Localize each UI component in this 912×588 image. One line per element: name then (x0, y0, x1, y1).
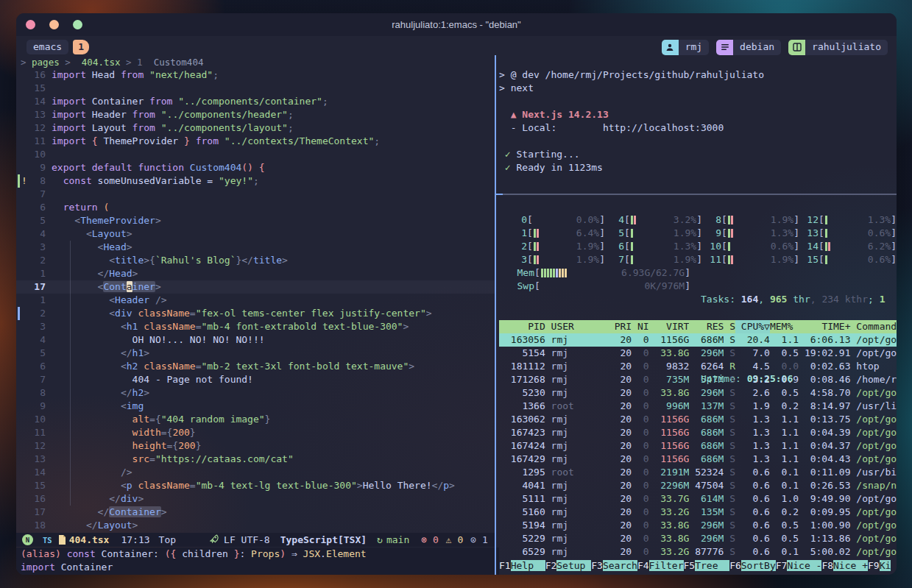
error-count-icon[interactable]: ⊗ (421, 534, 433, 547)
column-header-s[interactable]: S (724, 320, 735, 333)
modeline-branch[interactable]: main (386, 534, 409, 547)
code-line[interactable]: 2 <div className="fex-ol tems-center fle… (16, 307, 495, 320)
code-line[interactable]: 13import Header from "../components/head… (16, 108, 495, 121)
tmux-session-tab[interactable]: emacs (26, 40, 68, 54)
column-header-time[interactable]: TIME+ (799, 320, 850, 333)
code-line[interactable]: 14 /> (16, 466, 495, 479)
process-row[interactable]: 5160rmj20033.2G135MS0.60.20:09.95/opt/go (499, 506, 897, 519)
fkey-f7[interactable]: F7Nice - (776, 559, 822, 573)
column-header-cpu[interactable]: CPU%▽ (735, 320, 770, 333)
code-line[interactable]: 7 404 - Page not found! (16, 373, 495, 386)
warning-count-icon[interactable]: ⚠ (446, 534, 458, 547)
fkey-f6[interactable]: F6SortBy (729, 559, 776, 573)
breadcrumb-file[interactable]: 404.tsx (82, 57, 121, 68)
fkey-f8[interactable]: F8Nice + (821, 559, 868, 573)
code-line[interactable]: 15 (16, 82, 495, 95)
process-row[interactable]: 4041rmj2002296M47504S0.60.10:26.53/snap/… (499, 479, 897, 492)
code-line[interactable]: 17 <Container> (16, 280, 495, 294)
code-line[interactable]: 9 <img (16, 400, 495, 413)
code-line[interactable]: !8 const someUnusedVariable = "yey!"; (16, 174, 495, 188)
info-count-icon[interactable]: ⊙ (470, 534, 482, 547)
code-line[interactable]: 6 return ( (16, 201, 495, 214)
process-table: PIDUSERPRINIVIRTRESSCPU%▽MEM%TIME+Comman… (499, 320, 897, 559)
editor-buffer[interactable]: 16import Head from "next/head";1514impor… (16, 68, 495, 533)
process-row[interactable]: 181112rmj20098326264R4.50.00:02.63htop (499, 360, 897, 373)
code-line[interactable]: 12import Layout from "../components/layo… (16, 121, 495, 135)
process-row[interactable]: 171268rmj200735M547MS3.20.90:08.46/home/… (499, 373, 897, 386)
text-segment: "yey!" (213, 175, 253, 186)
process-row[interactable]: 5111rmj20033.7G614MS0.61.09:49.90/opt/go (499, 492, 897, 506)
code-line[interactable]: 10 (16, 148, 495, 161)
code-line[interactable]: 2 <title>{`Rahul's Blog`}</title> (16, 254, 495, 267)
line-number: 13 (26, 453, 46, 466)
tmux-window-index-badge[interactable]: 1 (73, 40, 89, 54)
modeline-filename[interactable]: 404.tsx (69, 534, 110, 547)
pane-divider-horizontal[interactable] (496, 194, 897, 195)
process-row[interactable]: 6529rmj20033.2G87776S0.60.15:00.02/opt/g… (499, 545, 897, 559)
code-line[interactable]: 4 OH NO!... NO! NO! NO!!! (16, 333, 495, 347)
nextjs-terminal-pane[interactable]: > @ dev /home/rmj/Projects/github/rahulj… (499, 68, 895, 174)
column-header-user[interactable]: USER (545, 320, 609, 333)
code-line[interactable]: 3 <h1 className="mb-4 font-extrabold tex… (16, 320, 495, 333)
column-header-res[interactable]: RES (689, 320, 724, 333)
code-line[interactable]: 16 </div> (16, 492, 495, 506)
process-row[interactable]: 5194rmj20033.8G296MS0.60.51:00.90/opt/go (499, 519, 897, 532)
process-row[interactable]: 163062rmj2001156G686MS1.31.10:13.75/opt/… (499, 413, 897, 426)
code-line[interactable]: 10 alt={"404 random image"} (16, 413, 495, 426)
fkey-f3[interactable]: F3Search (591, 559, 637, 573)
process-row[interactable]: 1366root200996M137MS1.90.28:14.97/usr/li (499, 400, 897, 413)
column-header-pri[interactable]: PRI (609, 320, 632, 333)
code-line[interactable]: 5 </h1> (16, 347, 495, 360)
process-row[interactable]: 163056rmj2001156G686MS20.41.16:06.13/opt… (499, 333, 897, 347)
fkey-f9[interactable]: F9Ki (868, 559, 891, 573)
column-header-virt[interactable]: VIRT (649, 320, 690, 333)
code-line[interactable]: 7 (16, 188, 495, 201)
code-line[interactable]: 3 <Head> (16, 241, 495, 254)
code-line[interactable]: 14import Container from "../components/c… (16, 95, 495, 108)
code-line[interactable]: 11import { ThemeProvider } from "../cont… (16, 135, 495, 148)
code-line[interactable]: 11 width={200} (16, 426, 495, 439)
bracket: ] (793, 240, 799, 253)
code-line[interactable]: 16import Head from "next/head"; (16, 68, 495, 82)
code-line[interactable]: 9export default function Custom404() { (16, 161, 495, 174)
column-header-pid[interactable]: PID (505, 320, 545, 333)
code-line[interactable]: 18 </Layout> (16, 519, 495, 532)
pane-divider-vertical[interactable] (495, 55, 496, 575)
process-cell: 0:08.46 (799, 373, 850, 386)
cpu-percent: 1.3% (771, 227, 793, 240)
terminal-line: > next (499, 82, 895, 95)
code-line[interactable]: 8 </h2> (16, 386, 495, 400)
cpu-label: 9 (710, 227, 721, 240)
process-row[interactable]: 167424rmj2001156G686MS1.31.10:04.37/opt/… (499, 439, 897, 453)
code-line[interactable]: 13 src="https://cataas.com/cat" (16, 453, 495, 466)
code-line[interactable]: 6 <h2 className="mb-2 text-3xl font-bold… (16, 360, 495, 373)
process-cell: 1156G (649, 413, 690, 426)
code-line[interactable]: 1 </Head> (16, 267, 495, 280)
column-header-command[interactable]: Command (851, 320, 897, 333)
fkey-f1[interactable]: F1Help (499, 559, 545, 573)
tmux-badge-debian[interactable]: debian (716, 40, 781, 55)
code-line[interactable]: 15 <p className="mb-4 text-lg text-blue-… (16, 479, 495, 492)
tmux-badge-rahuljuliato[interactable]: rahuljuliato (788, 40, 888, 55)
fkey-f5[interactable]: F5Tree (684, 559, 730, 573)
code-line[interactable]: 12 height={200} (16, 439, 495, 453)
breadcrumb-folder[interactable]: pages (32, 57, 60, 68)
fkey-f4[interactable]: F4Filter (637, 559, 684, 573)
code-line[interactable]: 1 <Header /> (16, 294, 495, 307)
code-line[interactable]: 17 </Container> (16, 506, 495, 519)
modeline-major-mode[interactable]: TypeScript[TSX] (280, 534, 367, 547)
process-table-header[interactable]: PIDUSERPRINIVIRTRESSCPU%▽MEM%TIME+Comman… (499, 320, 897, 333)
process-row[interactable]: 1295root2002191M52324S0.60.10:11.09/usr/… (499, 466, 897, 479)
breadcrumb-symbol[interactable]: Custom404 (154, 57, 204, 68)
process-row[interactable]: 167423rmj2001156G686MS1.31.10:04.39/opt/… (499, 426, 897, 439)
process-row[interactable]: 5154rmj20033.8G296MS7.00.519:02.91/opt/g… (499, 347, 897, 360)
process-row[interactable]: 5229rmj20033.8G296MS0.60.51:13.86/opt/go (499, 532, 897, 545)
column-header-ni[interactable]: NI (632, 320, 648, 333)
process-row[interactable]: 167429rmj2001156G686MS1.31.10:04.43/opt/… (499, 453, 897, 466)
column-header-mem[interactable]: MEM% (770, 320, 799, 333)
process-row[interactable]: 5230rmj20033.8G296MS2.60.54:58.70/opt/go (499, 386, 897, 400)
code-line[interactable]: 5 <ThemeProvider> (16, 214, 495, 227)
fkey-f2[interactable]: F2Setup (545, 559, 592, 573)
code-line[interactable]: 4 <Layout> (16, 227, 495, 241)
tmux-badge-rmj[interactable]: rmj (662, 40, 709, 55)
